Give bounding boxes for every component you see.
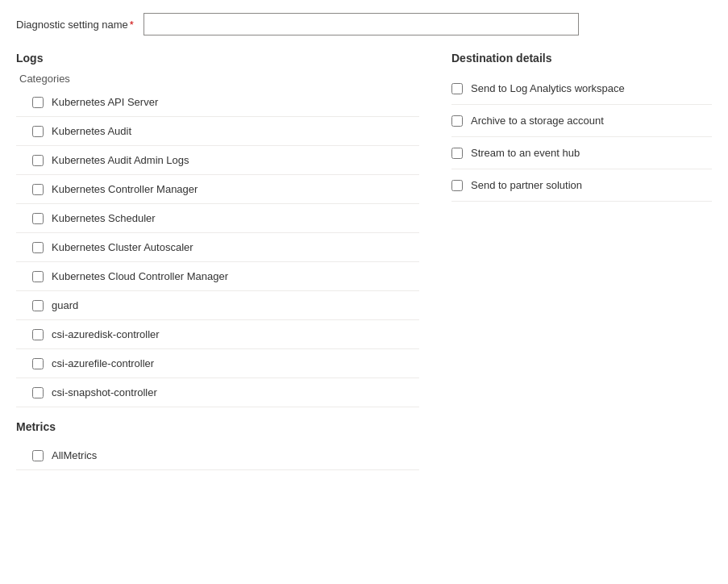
label-dest-event-hub: Stream to an event hub	[471, 147, 580, 159]
log-item-k8s-audit-admin: Kubernetes Audit Admin Logs	[16, 146, 419, 175]
checkbox-k8s-audit[interactable]	[32, 126, 44, 137]
checkbox-all-metrics[interactable]	[32, 450, 44, 461]
diagnostic-name-input[interactable]	[144, 13, 579, 35]
required-star: *	[130, 19, 134, 31]
checkbox-dest-partner-solution[interactable]	[451, 180, 463, 191]
logs-section-title: Logs	[16, 52, 419, 65]
log-item-k8s-scheduler: Kubernetes Scheduler	[16, 204, 419, 233]
label-k8s-api-server: Kubernetes API Server	[52, 96, 158, 108]
destination-item-log-analytics: Send to Log Analytics workspace	[451, 73, 712, 105]
log-item-k8s-audit: Kubernetes Audit	[16, 117, 419, 146]
destination-section-title: Destination details	[451, 52, 712, 65]
label-k8s-audit: Kubernetes Audit	[52, 125, 131, 137]
destination-item-partner-solution: Send to partner solution	[451, 169, 712, 202]
label-k8s-scheduler: Kubernetes Scheduler	[52, 212, 156, 224]
log-item-csi-azuredisk: csi-azuredisk-controller	[16, 320, 419, 349]
metrics-item-all-metrics: AllMetrics	[16, 441, 419, 470]
label-csi-azurefile: csi-azurefile-controller	[52, 357, 154, 369]
log-item-guard: guard	[16, 291, 419, 320]
categories-label: Categories	[16, 73, 419, 85]
label-dest-partner-solution: Send to partner solution	[471, 179, 582, 191]
checkbox-csi-snapshot[interactable]	[32, 387, 44, 398]
destination-list: Send to Log Analytics workspace Archive …	[451, 73, 712, 202]
checkbox-csi-azurefile[interactable]	[32, 358, 44, 369]
metrics-section-title: Metrics	[16, 420, 419, 433]
checkbox-k8s-api-server[interactable]	[32, 97, 44, 108]
label-k8s-cluster-autoscaler: Kubernetes Cluster Autoscaler	[52, 241, 193, 253]
checkbox-k8s-audit-admin[interactable]	[32, 155, 44, 166]
checkbox-guard[interactable]	[32, 300, 44, 311]
checkbox-k8s-scheduler[interactable]	[32, 213, 44, 224]
log-item-k8s-controller: Kubernetes Controller Manager	[16, 175, 419, 204]
checkbox-k8s-cloud-controller[interactable]	[32, 271, 44, 282]
label-guard: guard	[52, 299, 78, 311]
label-k8s-cloud-controller: Kubernetes Cloud Controller Manager	[52, 270, 228, 282]
log-item-csi-snapshot: csi-snapshot-controller	[16, 378, 419, 407]
log-item-k8s-cluster-autoscaler: Kubernetes Cluster Autoscaler	[16, 233, 419, 262]
diagnostic-label: Diagnostic setting name*	[16, 19, 134, 31]
logs-categories-list: Kubernetes API Server Kubernetes Audit K…	[16, 88, 419, 407]
log-item-csi-azurefile: csi-azurefile-controller	[16, 349, 419, 378]
label-k8s-controller: Kubernetes Controller Manager	[52, 183, 198, 195]
label-csi-azuredisk: csi-azuredisk-controller	[52, 328, 160, 340]
label-dest-storage-account: Archive to a storage account	[471, 115, 604, 127]
metrics-list: AllMetrics	[16, 441, 419, 470]
log-item-k8s-api-server: Kubernetes API Server	[16, 88, 419, 117]
checkbox-dest-event-hub[interactable]	[451, 148, 463, 159]
checkbox-k8s-controller[interactable]	[32, 184, 44, 195]
checkbox-dest-log-analytics[interactable]	[451, 83, 463, 94]
checkbox-k8s-cluster-autoscaler[interactable]	[32, 242, 44, 253]
destination-item-event-hub: Stream to an event hub	[451, 137, 712, 169]
destination-item-storage-account: Archive to a storage account	[451, 105, 712, 137]
log-item-k8s-cloud-controller: Kubernetes Cloud Controller Manager	[16, 262, 419, 291]
label-dest-log-analytics: Send to Log Analytics workspace	[471, 82, 625, 94]
label-csi-snapshot: csi-snapshot-controller	[52, 386, 157, 398]
checkbox-dest-storage-account[interactable]	[451, 115, 463, 127]
label-k8s-audit-admin: Kubernetes Audit Admin Logs	[52, 154, 189, 166]
label-all-metrics: AllMetrics	[52, 449, 97, 461]
checkbox-csi-azuredisk[interactable]	[32, 329, 44, 340]
